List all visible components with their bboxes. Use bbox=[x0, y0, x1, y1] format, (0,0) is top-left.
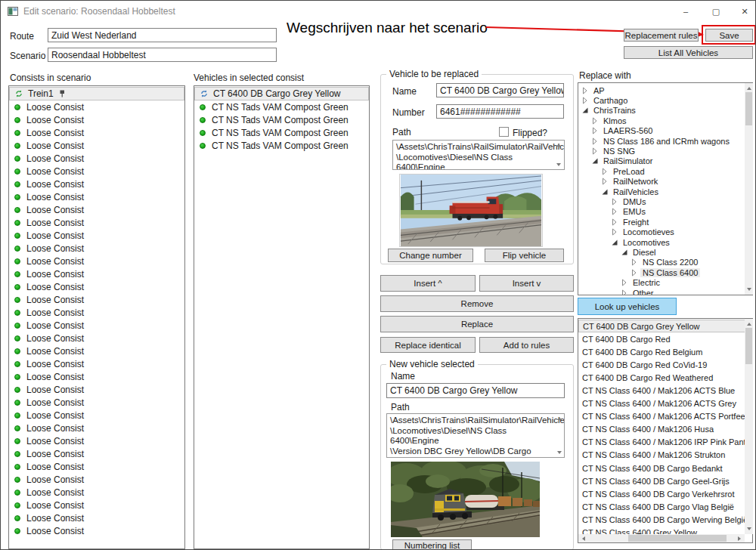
tree-node[interactable]: Freight bbox=[580, 217, 752, 227]
consist-item-loose[interactable]: Loose Consist bbox=[9, 319, 184, 332]
consist-item-loose[interactable]: Loose Consist bbox=[9, 293, 184, 306]
vehicle-result-item[interactable]: CT NS Class 6400 / Mak1206 ACTS Blue bbox=[578, 384, 752, 397]
tree-node[interactable]: NS SNG bbox=[580, 146, 752, 156]
consist-item-loose[interactable]: Loose Consist bbox=[9, 332, 184, 345]
tree-node[interactable]: Carthago bbox=[580, 95, 752, 105]
collapsed-icon[interactable] bbox=[591, 138, 599, 145]
replace-identical-button[interactable]: Replace identical bbox=[380, 337, 476, 353]
collapsed-icon[interactable] bbox=[621, 279, 628, 286]
results-vscrollbar[interactable] bbox=[745, 319, 753, 534]
insert-down-button[interactable]: Insert v bbox=[479, 275, 574, 292]
vehicle-result-item[interactable]: CT NS Class 6400 / Mak1206 ACTS Portfeed… bbox=[578, 410, 752, 423]
remove-button[interactable]: Remove bbox=[380, 295, 574, 312]
consist-item-loose[interactable]: Loose Consist bbox=[9, 357, 184, 370]
vehicle-in-consist-item[interactable]: CT NS Tads VAM Compost Green bbox=[194, 126, 369, 139]
tree-node[interactable]: Klmos bbox=[580, 116, 752, 125]
route-input[interactable]: Zuid West Nederland bbox=[48, 28, 277, 42]
collapsed-icon[interactable] bbox=[611, 208, 618, 215]
collapsed-icon[interactable] bbox=[621, 289, 628, 296]
insert-up-button[interactable]: Insert ^ bbox=[380, 275, 476, 292]
consist-item-loose[interactable]: Loose Consist bbox=[9, 203, 184, 216]
expanded-icon[interactable] bbox=[611, 239, 618, 246]
new-name-input[interactable]: CT 6400 DB Cargo Grey Yellow bbox=[386, 383, 565, 398]
tree-node[interactable]: AP bbox=[580, 85, 752, 95]
vehicle-in-consist-item[interactable]: CT NS Tads VAM Compost Green bbox=[194, 113, 369, 126]
tree-node[interactable]: NS Class 6400 bbox=[580, 267, 752, 277]
collapsed-icon[interactable] bbox=[611, 198, 618, 205]
flip-vehicle-button[interactable]: Flip vehicle bbox=[485, 249, 564, 262]
consist-item-loose[interactable]: Loose Consist bbox=[9, 216, 184, 229]
replace-button[interactable]: Replace bbox=[380, 316, 574, 332]
tree-node[interactable]: Diesel bbox=[580, 247, 752, 257]
tree-node[interactable]: Electric bbox=[580, 277, 752, 287]
consist-item-loose[interactable]: Loose Consist bbox=[9, 460, 184, 473]
consist-item-loose[interactable]: Loose Consist bbox=[9, 409, 184, 422]
vehicle-result-item[interactable]: CT NS Class 6400 DB Cargo Geel-Grijs bbox=[578, 474, 752, 487]
consist-item-loose[interactable]: Loose Consist bbox=[9, 190, 184, 203]
tree-node[interactable]: LAAERS-560 bbox=[580, 126, 752, 136]
consist-item-loose[interactable]: Loose Consist bbox=[9, 267, 184, 280]
new-path-scrollbar[interactable] bbox=[555, 415, 564, 456]
collapsed-icon[interactable] bbox=[611, 218, 618, 226]
results-hscrollbar[interactable] bbox=[578, 534, 745, 542]
tree-node[interactable]: RailSimulator bbox=[580, 156, 752, 166]
collapsed-icon[interactable] bbox=[601, 168, 609, 175]
vehicle-in-consist-item[interactable]: CT NS Tads VAM Compost Green bbox=[194, 139, 369, 152]
tree-node[interactable]: ChrisTrains bbox=[580, 106, 752, 116]
consist-item-loose[interactable]: Loose Consist bbox=[9, 178, 184, 190]
collapsed-icon[interactable] bbox=[581, 97, 589, 104]
change-number-button[interactable]: Change number bbox=[388, 249, 473, 262]
consist-item-loose[interactable]: Loose Consist bbox=[9, 255, 184, 267]
expanded-icon[interactable] bbox=[591, 157, 599, 165]
scenario-input[interactable]: Roosendaal Hobbeltest bbox=[48, 48, 277, 62]
consist-item-loose[interactable]: Loose Consist bbox=[9, 306, 184, 319]
replacement-rules-button[interactable]: Replacement rules bbox=[624, 29, 699, 42]
vehicle-result-item[interactable]: CT NS Class 6400 / Mak1206 Strukton bbox=[578, 449, 752, 462]
tree-node[interactable]: Locomotieves bbox=[580, 227, 752, 236]
tree-node[interactable]: DMUs bbox=[580, 196, 752, 206]
collapsed-icon[interactable] bbox=[601, 178, 609, 185]
vehicle-result-item[interactable]: CT NS Class 6400 / Mak1206 Husa bbox=[578, 423, 752, 436]
consist-item-selected[interactable]: Trein1 bbox=[9, 87, 184, 100]
expanded-icon[interactable] bbox=[581, 107, 589, 114]
vehicle-result-item[interactable]: CT NS Class 6400 DB Cargo Werving België bbox=[578, 513, 752, 526]
consist-item-loose[interactable]: Loose Consist bbox=[9, 422, 184, 434]
collapsed-icon[interactable] bbox=[591, 147, 599, 155]
maximize-button[interactable]: ▢ bbox=[705, 4, 727, 19]
look-up-vehicles-button[interactable]: Look up vehicles bbox=[578, 298, 677, 315]
numbering-list-button[interactable]: Numbering list bbox=[392, 539, 472, 550]
tree-node[interactable]: NS Class 2200 bbox=[580, 258, 752, 267]
consist-item-loose[interactable]: Loose Consist bbox=[9, 396, 184, 409]
collapsed-icon[interactable] bbox=[591, 117, 599, 125]
close-button[interactable]: ✕ bbox=[733, 4, 756, 19]
consist-item-loose[interactable]: Loose Consist bbox=[9, 524, 184, 537]
consist-item-loose[interactable]: Loose Consist bbox=[9, 434, 184, 447]
consist-item-loose[interactable]: Loose Consist bbox=[9, 511, 184, 524]
consist-item-loose[interactable]: Loose Consist bbox=[9, 100, 184, 113]
consist-item-loose[interactable]: Loose Consist bbox=[9, 280, 184, 293]
minimize-button[interactable]: – bbox=[674, 4, 697, 19]
consist-item-loose[interactable]: Loose Consist bbox=[9, 229, 184, 242]
expanded-icon[interactable] bbox=[601, 188, 609, 196]
tree-node[interactable]: Other bbox=[580, 288, 752, 295]
replaced-path-scrollbar[interactable] bbox=[554, 141, 563, 168]
collapsed-icon[interactable] bbox=[591, 127, 599, 134]
consist-item-loose[interactable]: Loose Consist bbox=[9, 473, 184, 486]
add-to-rules-button[interactable]: Add to rules bbox=[479, 337, 574, 353]
consist-item-loose[interactable]: Loose Consist bbox=[9, 345, 184, 357]
consist-item-loose[interactable]: Loose Consist bbox=[9, 139, 184, 152]
vehicle-result-item[interactable]: CT 6400 DB Cargo Red Weathered bbox=[578, 371, 752, 384]
vehicle-result-item[interactable]: CT NS Class 6400 / Mak1206 ACTS Grey bbox=[578, 397, 752, 410]
vehicle-result-item[interactable]: CT 6400 DB Cargo Red bbox=[578, 332, 752, 345]
vehicle-in-consist-item[interactable]: CT NS Tads VAM Compost Green bbox=[194, 100, 369, 113]
list-all-vehicles-button[interactable]: List All Vehicles bbox=[624, 46, 753, 59]
tree-node[interactable]: NS Class 186 and ICRmh wagons bbox=[580, 136, 752, 146]
vehicle-result-item[interactable]: CT NS Class 6400 DB Cargo Bedankt bbox=[578, 462, 752, 474]
consist-item-loose[interactable]: Loose Consist bbox=[9, 383, 184, 396]
consist-item-loose[interactable]: Loose Consist bbox=[9, 126, 184, 139]
vehicle-result-item[interactable]: CT 6400 DB Cargo Red CoVid-19 bbox=[578, 358, 752, 371]
new-path-box[interactable]: \Assets\ChrisTrains\RailSimulator\RailVe… bbox=[386, 413, 565, 458]
consist-item-loose[interactable]: Loose Consist bbox=[9, 370, 184, 383]
collapsed-icon[interactable] bbox=[611, 228, 618, 236]
replaced-path-box[interactable]: \Assets\ChrisTrains\RailSimulator\RailVe… bbox=[392, 140, 565, 170]
